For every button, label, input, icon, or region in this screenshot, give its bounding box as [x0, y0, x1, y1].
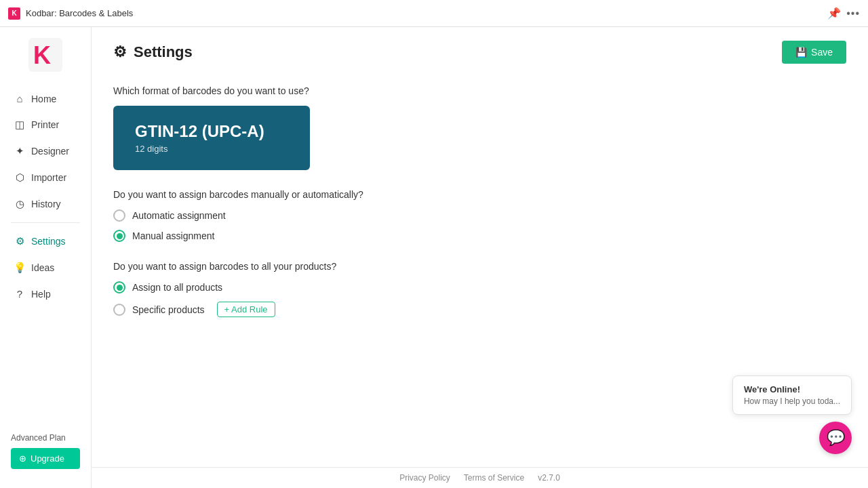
sidebar-item-help[interactable]: ? Help [3, 281, 88, 306]
radio-manual-input[interactable] [113, 230, 125, 242]
sidebar-bottom: Advanced Plan ⊕ Upgrade [0, 425, 91, 477]
upgrade-button[interactable]: ⊕ Upgrade [11, 448, 80, 469]
settings-title-icon: ⚙ [113, 43, 127, 61]
sidebar-nav: ⌂ Home ◫ Printer ✦ Designer ⬡ Importer ◷… [0, 85, 91, 425]
page-title: Settings [134, 43, 193, 61]
radio-manual-label: Manual assignment [132, 230, 214, 241]
sidebar-item-printer[interactable]: ◫ Printer [3, 112, 88, 138]
section-barcode-format: Which format of barcodes do you want to … [113, 85, 846, 170]
chat-bubble-title: We're Online! [744, 384, 840, 394]
save-icon: 💾 [795, 47, 807, 58]
version-label: v2.7.0 [538, 473, 560, 483]
save-label: Save [811, 47, 833, 58]
radio-specific-label: Specific products [132, 304, 205, 315]
sidebar-item-history[interactable]: ◷ History [3, 191, 88, 217]
sidebar-label-designer: Designer [31, 146, 69, 157]
chat-widget: We're Online! How may I help you toda...… [732, 375, 852, 454]
importer-icon: ⬡ [14, 171, 26, 184]
sidebar-label-history: History [31, 199, 61, 209]
sidebar-label-settings: Settings [31, 236, 66, 247]
sidebar-item-importer[interactable]: ⬡ Importer [3, 165, 88, 190]
upgrade-icon: ⊕ [19, 453, 26, 464]
terms-of-service-link[interactable]: Terms of Service [464, 473, 524, 483]
radio-all-products[interactable]: Assign to all products [113, 281, 846, 293]
home-icon: ⌂ [14, 93, 26, 104]
sidebar-label-importer: Importer [31, 172, 66, 183]
product-scope-question: Do you want to assign barcodes to all yo… [113, 261, 846, 272]
barcode-format-question: Which format of barcodes do you want to … [113, 85, 846, 96]
radio-automatic[interactable]: Automatic assignment [113, 209, 846, 222]
k-logo: K [28, 38, 62, 72]
printer-icon: ◫ [14, 119, 26, 131]
advanced-plan-label: Advanced Plan [11, 433, 80, 443]
settings-icon: ⚙ [14, 235, 26, 247]
upgrade-label: Upgrade [31, 453, 64, 464]
chat-circle-button[interactable]: 💬 [819, 422, 852, 454]
sidebar-label-help: Help [31, 289, 51, 300]
more-icon[interactable]: ••• [846, 7, 860, 20]
chat-bubble: We're Online! How may I help you toda... [732, 375, 852, 415]
barcode-card[interactable]: GTIN-12 (UPC-A) 12 digits [113, 106, 310, 170]
barcode-card-title: GTIN-12 (UPC-A) [135, 122, 288, 141]
sidebar-logo: K [0, 38, 91, 85]
sidebar-label-ideas: Ideas [31, 262, 54, 273]
sidebar-item-settings[interactable]: ⚙ Settings [3, 228, 88, 254]
ideas-icon: 💡 [14, 262, 26, 274]
radio-specific-input[interactable] [113, 304, 125, 316]
radio-specific-products[interactable]: Specific products + Add Rule [113, 302, 846, 317]
sidebar-item-designer[interactable]: ✦ Designer [3, 138, 88, 164]
radio-automatic-label: Automatic assignment [132, 210, 226, 221]
sidebar-item-ideas[interactable]: 💡 Ideas [3, 255, 88, 281]
product-scope-options: Assign to all products Specific products… [113, 281, 846, 317]
pin-icon[interactable]: 📌 [827, 7, 841, 20]
svg-text:K: K [33, 41, 51, 69]
sidebar-item-home[interactable]: ⌂ Home [3, 86, 88, 111]
history-icon: ◷ [14, 198, 26, 210]
assignment-mode-options: Automatic assignment Manual assignment [113, 209, 846, 242]
app-logo-icon: K [8, 7, 20, 20]
radio-all-products-input[interactable] [113, 281, 125, 293]
main-title: ⚙ Settings [113, 43, 193, 61]
designer-icon: ✦ [14, 145, 26, 157]
app-title: Kodbar: Barcodes & Labels [26, 8, 822, 18]
section-product-scope: Do you want to assign barcodes to all yo… [113, 261, 846, 317]
save-button[interactable]: 💾 Save [782, 41, 846, 64]
barcode-card-sub: 12 digits [135, 144, 288, 154]
radio-automatic-input[interactable] [113, 209, 125, 222]
radio-all-products-label: Assign to all products [132, 282, 222, 293]
sidebar-label-home: Home [31, 94, 56, 104]
help-icon: ? [14, 288, 26, 300]
radio-manual[interactable]: Manual assignment [113, 230, 846, 242]
chat-bubble-sub: How may I help you toda... [744, 396, 840, 406]
sidebar-divider [11, 222, 80, 223]
assignment-mode-question: Do you want to assign barcodes manually … [113, 189, 846, 200]
chat-icon: 💬 [827, 429, 845, 447]
privacy-policy-link[interactable]: Privacy Policy [399, 473, 450, 483]
sidebar: K ⌂ Home ◫ Printer ✦ Designer ⬡ Importer… [0, 27, 92, 488]
footer: Privacy Policy Terms of Service v2.7.0 [92, 467, 868, 488]
topbar-actions: 📌 ••• [827, 7, 860, 20]
main-header: ⚙ Settings 💾 Save [92, 27, 868, 75]
section-assignment-mode: Do you want to assign barcodes manually … [113, 189, 846, 242]
sidebar-label-printer: Printer [31, 119, 59, 130]
topbar: K Kodbar: Barcodes & Labels 📌 ••• [0, 0, 868, 27]
add-rule-button[interactable]: + Add Rule [217, 302, 275, 317]
